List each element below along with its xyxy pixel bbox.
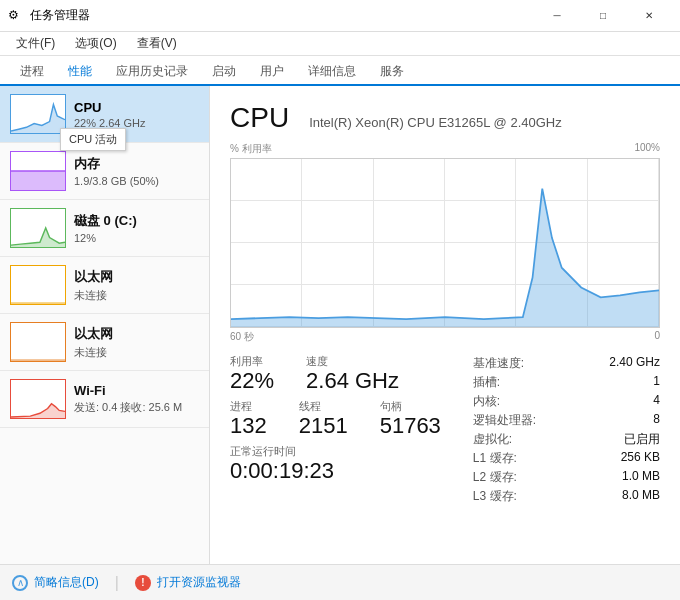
tab-performance[interactable]: 性能 [56, 58, 104, 86]
summary-icon: ∧ [12, 575, 28, 591]
tab-process[interactable]: 进程 [8, 58, 56, 86]
mem-label: 内存 [74, 155, 199, 173]
thread-value: 2151 [299, 414, 348, 438]
util-value: 22% [230, 369, 274, 393]
stats-left: 利用率 22% 速度 2.64 GHz 进程 132 线程 21 [230, 354, 441, 506]
tab-users[interactable]: 用户 [248, 58, 296, 86]
wifi-label: Wi-Fi [74, 383, 199, 398]
stat-thread: 线程 2151 [299, 399, 348, 438]
stat-row-2: 进程 132 线程 2151 句柄 51763 [230, 399, 441, 438]
stat-utilization: 利用率 22% [230, 354, 274, 393]
disk-label: 磁盘 0 (C:) [74, 212, 199, 230]
disk-info: 磁盘 0 (C:) 12% [74, 212, 199, 244]
net2-label: 以太网 [74, 325, 199, 343]
uptime-label: 正常运行时间 [230, 444, 441, 459]
stat-row-1: 利用率 22% 速度 2.64 GHz [230, 354, 441, 393]
detail-panel: CPU Intel(R) Xeon(R) CPU E31265L @ 2.40G… [210, 86, 680, 564]
handle-label: 句柄 [380, 399, 441, 414]
menu-file[interactable]: 文件(F) [8, 33, 63, 55]
sidebar-item-net1[interactable]: 以太网 未连接 [0, 257, 209, 314]
main-content: CPU 22% 2.64 GHz CPU 活动 内存 1.9/3.8 GB (5… [0, 86, 680, 564]
tab-services[interactable]: 服务 [368, 58, 416, 86]
mem-mini-graph [10, 151, 66, 191]
mem-info: 内存 1.9/3.8 GB (50%) [74, 155, 199, 187]
detail-title: CPU [230, 102, 289, 134]
chart-time-labels: 60 秒 0 [230, 330, 660, 344]
tab-startup[interactable]: 启动 [200, 58, 248, 86]
sidebar-item-cpu[interactable]: CPU 22% 2.64 GHz CPU 活动 [0, 86, 209, 143]
cpu-chart [230, 158, 660, 328]
menu-view[interactable]: 查看(V) [129, 33, 185, 55]
stat-detail-l2: L2 缓存: 1.0 MB [473, 468, 660, 487]
detail-subtitle: Intel(R) Xeon(R) CPU E31265L @ 2.40GHz [309, 115, 562, 130]
wifi-mini-graph [10, 379, 66, 419]
net2-sublabel: 未连接 [74, 345, 199, 360]
svg-marker-7 [231, 189, 659, 327]
handle-value: 51763 [380, 414, 441, 438]
stat-detail-virtualization: 虚拟化: 已启用 [473, 430, 660, 449]
sidebar-item-wifi[interactable]: Wi-Fi 发送: 0.4 接收: 25.6 M [0, 371, 209, 428]
sidebar: CPU 22% 2.64 GHz CPU 活动 内存 1.9/3.8 GB (5… [0, 86, 210, 564]
tab-details[interactable]: 详细信息 [296, 58, 368, 86]
title-bar: ⚙ 任务管理器 ─ □ ✕ [0, 0, 680, 32]
cpu-chart-svg [231, 159, 659, 327]
stat-detail-socket: 插槽: 1 [473, 373, 660, 392]
cpu-label: CPU [74, 100, 199, 115]
process-value: 132 [230, 414, 267, 438]
stat-detail-logical: 逻辑处理器: 8 [473, 411, 660, 430]
status-bar: ∧ 简略信息(D) | ! 打开资源监视器 [0, 564, 680, 600]
disk-sublabel: 12% [74, 232, 199, 244]
tab-bar: 进程 性能 应用历史记录 启动 用户 详细信息 服务 [0, 56, 680, 86]
net1-sublabel: 未连接 [74, 288, 199, 303]
status-separator: | [115, 574, 119, 592]
stats-row: 利用率 22% 速度 2.64 GHz 进程 132 线程 21 [230, 354, 660, 506]
cpu-info: CPU 22% 2.64 GHz [74, 100, 199, 129]
wifi-info: Wi-Fi 发送: 0.4 接收: 25.6 M [74, 383, 199, 415]
app-title: 任务管理器 [30, 7, 90, 24]
chart-labels: % 利用率 100% [230, 142, 660, 156]
chart-time-right: 0 [654, 330, 660, 344]
svg-marker-1 [11, 171, 65, 190]
status-monitor: ! 打开资源监视器 [135, 574, 241, 591]
summary-link[interactable]: 简略信息(D) [34, 574, 99, 591]
detail-header: CPU Intel(R) Xeon(R) CPU E31265L @ 2.40G… [230, 102, 660, 134]
wifi-sublabel: 发送: 0.4 接收: 25.6 M [74, 400, 199, 415]
close-button[interactable]: ✕ [626, 0, 672, 32]
minimize-button[interactable]: ─ [534, 0, 580, 32]
stat-handle: 句柄 51763 [380, 399, 441, 438]
stat-detail-l3: L3 缓存: 8.0 MB [473, 487, 660, 506]
net2-mini-graph [10, 322, 66, 362]
menu-bar: 文件(F) 选项(O) 查看(V) [0, 32, 680, 56]
net2-info: 以太网 未连接 [74, 325, 199, 360]
title-bar-left: ⚙ 任务管理器 [8, 7, 90, 24]
chart-label-max: 100% [634, 142, 660, 156]
disk-mini-graph [10, 208, 66, 248]
tab-app-history[interactable]: 应用历史记录 [104, 58, 200, 86]
monitor-icon: ! [135, 575, 151, 591]
stats-right: 基准速度: 2.40 GHz 插槽: 1 内核: 4 逻辑处理器: 8 虚拟化: [473, 354, 660, 506]
process-label: 进程 [230, 399, 267, 414]
thread-label: 线程 [299, 399, 348, 414]
net1-mini-graph [10, 265, 66, 305]
stat-detail-cores: 内核: 4 [473, 392, 660, 411]
cpu-sublabel: 22% 2.64 GHz [74, 117, 199, 129]
app-icon: ⚙ [8, 8, 24, 24]
monitor-link[interactable]: 打开资源监视器 [157, 574, 241, 591]
net1-label: 以太网 [74, 268, 199, 286]
svg-marker-6 [11, 404, 65, 418]
sidebar-item-disk[interactable]: 磁盘 0 (C:) 12% [0, 200, 209, 257]
chart-label-util: % 利用率 [230, 142, 272, 156]
chart-time-left: 60 秒 [230, 330, 254, 344]
sidebar-item-memory[interactable]: 内存 1.9/3.8 GB (50%) [0, 143, 209, 200]
util-label: 利用率 [230, 354, 274, 369]
menu-options[interactable]: 选项(O) [67, 33, 124, 55]
stat-uptime: 正常运行时间 0:00:19:23 [230, 444, 441, 483]
cpu-tooltip: CPU 活动 [60, 128, 126, 151]
stat-detail-basespeed: 基准速度: 2.40 GHz [473, 354, 660, 373]
stat-process: 进程 132 [230, 399, 267, 438]
uptime-value: 0:00:19:23 [230, 459, 441, 483]
window-controls: ─ □ ✕ [534, 0, 672, 32]
maximize-button[interactable]: □ [580, 0, 626, 32]
sidebar-item-net2[interactable]: 以太网 未连接 [0, 314, 209, 371]
mem-sublabel: 1.9/3.8 GB (50%) [74, 175, 199, 187]
